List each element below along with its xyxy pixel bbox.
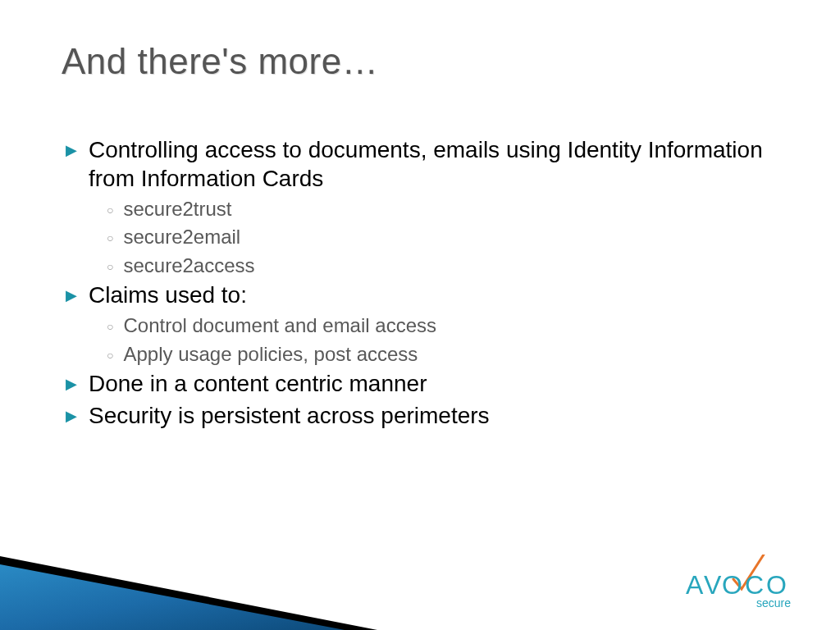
sub-bullet-text: Apply usage policies, post access	[123, 341, 774, 368]
triangle-bullet-icon: ▶	[66, 375, 77, 394]
bullet-sub: ○ Control document and email access	[107, 313, 774, 339]
bullet-sub: ○ secure2trust	[107, 196, 774, 222]
bullet-sub: ○ Apply usage policies, post access	[107, 341, 774, 368]
avoco-logo: A V O C O secure	[686, 555, 817, 615]
bullet-main: ▶ Controlling access to documents, email…	[66, 135, 774, 193]
bullet-text: Controlling access to documents, emails …	[89, 135, 774, 193]
slide-title: And there's more…	[62, 41, 378, 82]
logo-subtext: secure	[756, 596, 791, 609]
bullet-main: ▶ Claims used to:	[66, 281, 774, 309]
triangle-bullet-icon: ▶	[66, 286, 77, 305]
bullet-text: Claims used to:	[89, 281, 774, 309]
circle-bullet-icon: ○	[107, 231, 113, 246]
bullet-text: Security is persistent across perimeters	[89, 401, 774, 430]
sub-bullet-text: secure2trust	[123, 196, 774, 222]
bullet-main: ▶ Done in a content centric manner	[66, 369, 774, 398]
sub-bullet-text: Control document and email access	[123, 313, 774, 339]
svg-text:V: V	[704, 570, 722, 600]
circle-bullet-icon: ○	[107, 348, 113, 363]
circle-bullet-icon: ○	[107, 203, 113, 218]
bullet-sub: ○ secure2email	[107, 224, 774, 250]
bullet-sub: ○ secure2access	[107, 253, 774, 279]
svg-text:O: O	[766, 570, 788, 600]
bullet-text: Done in a content centric manner	[89, 369, 774, 398]
svg-marker-1	[0, 564, 345, 630]
triangle-bullet-icon: ▶	[66, 407, 77, 426]
circle-bullet-icon: ○	[107, 319, 113, 335]
svg-text:C: C	[745, 570, 765, 600]
circle-bullet-icon: ○	[107, 259, 113, 275]
bullet-main: ▶ Security is persistent across perimete…	[66, 401, 774, 430]
svg-text:A: A	[686, 570, 704, 600]
triangle-bullet-icon: ▶	[66, 141, 77, 160]
sub-bullet-text: secure2email	[123, 224, 774, 250]
content-area: ▶ Controlling access to documents, email…	[66, 135, 774, 433]
svg-marker-0	[0, 556, 377, 630]
sub-bullet-text: secure2access	[123, 253, 774, 279]
svg-text:O: O	[722, 570, 743, 600]
